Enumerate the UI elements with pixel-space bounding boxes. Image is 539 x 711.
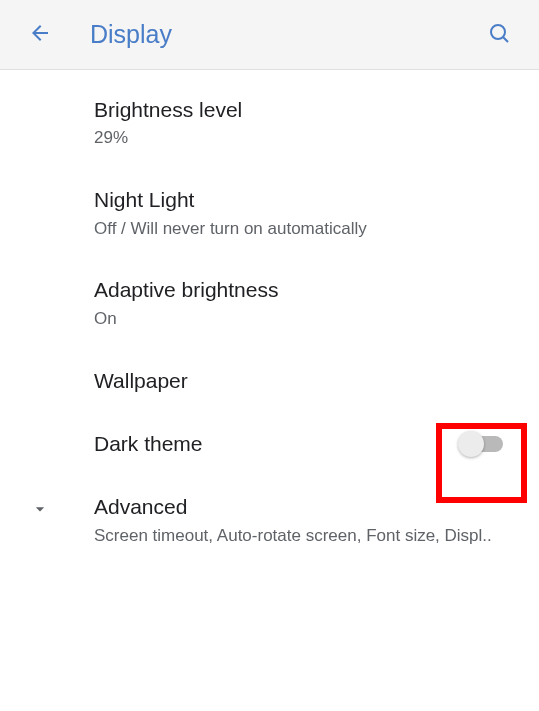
adaptive-brightness-item[interactable]: Adaptive brightness On: [0, 258, 539, 348]
night-light-title: Night Light: [94, 186, 519, 213]
wallpaper-item[interactable]: Wallpaper: [0, 349, 539, 412]
expand-chevron-icon: [28, 497, 52, 521]
night-light-value: Off / Will never turn on automatically: [94, 218, 519, 241]
back-arrow-icon: [28, 21, 52, 49]
search-icon: [487, 21, 511, 49]
adaptive-brightness-value: On: [94, 308, 519, 331]
brightness-level-value: 29%: [94, 127, 519, 150]
brightness-level-item[interactable]: Brightness level 29%: [0, 78, 539, 168]
advanced-item[interactable]: Advanced Screen timeout, Auto-rotate scr…: [0, 475, 539, 565]
brightness-level-title: Brightness level: [94, 96, 519, 123]
settings-list: Brightness level 29% Night Light Off / W…: [0, 70, 539, 566]
advanced-title: Advanced: [94, 493, 519, 520]
advanced-value: Screen timeout, Auto-rotate screen, Font…: [94, 525, 514, 548]
adaptive-brightness-title: Adaptive brightness: [94, 276, 519, 303]
svg-line-1: [503, 37, 508, 42]
toggle-knob-icon: [458, 431, 484, 457]
page-title: Display: [90, 20, 479, 49]
app-header: Display: [0, 0, 539, 70]
dark-theme-toggle[interactable]: [463, 436, 503, 452]
dark-theme-toggle-container: [463, 436, 503, 452]
svg-point-0: [491, 25, 505, 39]
back-button[interactable]: [20, 15, 60, 55]
dark-theme-title: Dark theme: [94, 430, 203, 457]
search-button[interactable]: [479, 15, 519, 55]
dark-theme-item[interactable]: Dark theme: [0, 412, 539, 475]
night-light-item[interactable]: Night Light Off / Will never turn on aut…: [0, 168, 539, 258]
wallpaper-title: Wallpaper: [94, 367, 519, 394]
